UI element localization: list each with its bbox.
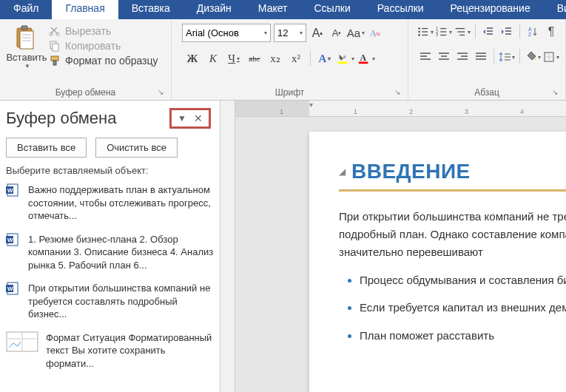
clear-all-button[interactable]: Очистить все bbox=[95, 138, 178, 158]
numbering-icon: 123 bbox=[436, 26, 448, 38]
borders-button[interactable]: ▾ bbox=[543, 49, 559, 65]
brush-icon bbox=[49, 55, 61, 67]
change-case-button[interactable]: Aa▾ bbox=[348, 25, 364, 41]
text-effects-button[interactable]: A▾ bbox=[316, 50, 334, 67]
format-painter-label: Формат по образцу bbox=[65, 55, 158, 67]
highlight-icon: a bbox=[337, 51, 350, 66]
decrease-indent-icon bbox=[482, 26, 494, 38]
document-area: 1 ▾ 1 2 3 4 ◢ ВВЕДЕНИЕ При открытии боль… bbox=[220, 101, 566, 392]
clipboard-item[interactable]: W При открытии большинства компаний не т… bbox=[6, 282, 214, 321]
font-size-selector[interactable]: 12 ▾ bbox=[274, 24, 306, 42]
svg-point-20 bbox=[418, 31, 420, 33]
word-doc-icon: W bbox=[6, 233, 21, 246]
bullets-icon bbox=[417, 26, 429, 38]
tab-layout[interactable]: Макет bbox=[245, 0, 301, 19]
multilevel-list-button[interactable]: ▾ bbox=[454, 24, 471, 40]
copy-icon bbox=[49, 40, 61, 52]
clipboard-item[interactable]: W 1. Резюме бизнес-плана 2. Обзор компан… bbox=[6, 233, 214, 272]
clipboard-group-label: Буфер обмена bbox=[0, 87, 171, 98]
word-doc-icon: W bbox=[6, 183, 21, 197]
paste-all-button[interactable]: Вставить все bbox=[6, 138, 87, 158]
shading-button[interactable]: ▾ bbox=[525, 49, 541, 65]
pane-options-button[interactable]: ▼ bbox=[176, 112, 188, 124]
document-paragraph: При открытии большинства компаний не тре… bbox=[339, 208, 566, 261]
vertical-ruler[interactable] bbox=[220, 101, 235, 392]
ribbon-group-clipboard: Вставить ▼ Вырезать Копировать Формат по… bbox=[0, 19, 172, 100]
ribbon-group-paragraph: ▾ 123▾ ▾ AZ ¶ ▾ ▾ ▾ Абзац ↘ bbox=[408, 19, 566, 100]
bullets-button[interactable]: ▾ bbox=[417, 24, 434, 40]
tab-insert[interactable]: Вставка bbox=[118, 0, 183, 19]
shrink-font-button[interactable]: A▾ bbox=[329, 25, 345, 41]
document-page[interactable]: ◢ ВВЕДЕНИЕ При открытии большинства комп… bbox=[309, 132, 566, 392]
align-left-icon bbox=[420, 52, 431, 62]
font-size-value: 12 bbox=[277, 27, 288, 38]
clipboard-item[interactable]: Формат Ситуация Форматированный текст Вы… bbox=[6, 331, 214, 371]
copy-button[interactable]: Копировать bbox=[49, 40, 158, 52]
underline-button[interactable]: Ч▾ bbox=[225, 50, 243, 67]
table-icon bbox=[6, 331, 38, 352]
svg-rect-15 bbox=[338, 62, 348, 64]
svg-rect-11 bbox=[53, 61, 56, 65]
subscript-button[interactable]: x₂ bbox=[266, 50, 284, 67]
justify-button[interactable] bbox=[473, 49, 489, 65]
clipboard-dialog-launcher[interactable]: ↘ bbox=[158, 88, 166, 97]
tab-design[interactable]: Дизайн bbox=[183, 0, 245, 19]
format-painter-button[interactable]: Формат по образцу bbox=[49, 55, 158, 67]
svg-text:a: a bbox=[343, 54, 346, 60]
clipboard-item-text: Важно поддерживать план в актуальном сос… bbox=[28, 183, 214, 223]
paste-dropdown-arrow[interactable]: ▼ bbox=[24, 63, 30, 70]
clear-formatting-button[interactable]: A bbox=[367, 25, 383, 41]
italic-button[interactable]: К bbox=[204, 50, 222, 67]
font-dialog-launcher[interactable]: ↘ bbox=[394, 88, 403, 97]
pane-close-button[interactable]: ✕ bbox=[192, 112, 204, 124]
list-item: Если требуется капитал из внешних демонс… bbox=[360, 299, 566, 316]
tab-mailings[interactable]: Рассылки bbox=[364, 0, 437, 19]
tab-references[interactable]: Ссылки bbox=[300, 0, 363, 19]
decrease-indent-button[interactable] bbox=[480, 24, 496, 40]
highlight-button[interactable]: a▾ bbox=[337, 50, 354, 67]
strikethrough-button[interactable]: abc bbox=[246, 50, 263, 67]
tab-file[interactable]: Файл bbox=[0, 0, 52, 19]
tab-home[interactable]: Главная bbox=[52, 0, 118, 19]
align-right-button[interactable] bbox=[454, 49, 471, 65]
ribbon-tabs: Файл Главная Вставка Дизайн Макет Ссылки… bbox=[0, 0, 566, 19]
font-color-button[interactable]: A▾ bbox=[357, 50, 375, 67]
collapse-heading-icon[interactable]: ◢ bbox=[339, 166, 346, 177]
svg-text:A: A bbox=[528, 27, 532, 32]
sort-icon: AZ bbox=[527, 26, 539, 38]
word-doc-icon: W bbox=[6, 282, 21, 295]
clipboard-items-list: W Важно поддерживать план в актуальном с… bbox=[6, 183, 214, 371]
multilevel-icon bbox=[454, 26, 466, 38]
svg-rect-17 bbox=[359, 62, 368, 64]
increase-indent-icon bbox=[501, 26, 513, 38]
show-marks-button[interactable]: ¶ bbox=[543, 24, 559, 40]
align-left-button[interactable] bbox=[417, 49, 434, 65]
line-spacing-button[interactable]: ▾ bbox=[499, 49, 515, 65]
svg-text:A: A bbox=[370, 28, 377, 38]
svg-rect-10 bbox=[51, 56, 58, 61]
svg-text:A: A bbox=[360, 53, 367, 63]
bold-button[interactable]: Ж bbox=[183, 50, 201, 67]
align-center-button[interactable] bbox=[436, 49, 452, 65]
paragraph-group-label: Абзац bbox=[408, 87, 565, 98]
svg-point-18 bbox=[418, 27, 420, 30]
cut-button[interactable]: Вырезать bbox=[49, 25, 158, 37]
horizontal-ruler[interactable]: 1 ▾ 1 2 3 4 bbox=[235, 101, 566, 117]
sort-button[interactable]: AZ bbox=[525, 24, 541, 40]
paste-icon bbox=[14, 24, 39, 50]
grow-font-button[interactable]: A▴ bbox=[309, 25, 326, 41]
superscript-button[interactable]: x² bbox=[287, 50, 305, 67]
tab-review[interactable]: Рецензирование bbox=[437, 0, 544, 19]
cut-label: Вырезать bbox=[65, 25, 111, 37]
tab-view[interactable]: Вид bbox=[544, 0, 566, 19]
svg-rect-9 bbox=[53, 44, 58, 51]
paragraph-dialog-launcher[interactable]: ↘ bbox=[552, 88, 561, 97]
clipboard-pane: Буфер обмена ▼ ✕ Вставить все Очистить в… bbox=[0, 101, 220, 392]
font-name-value: Arial (Основ bbox=[186, 27, 239, 38]
font-name-selector[interactable]: Arial (Основ ▾ bbox=[182, 24, 271, 42]
numbering-button[interactable]: 123▾ bbox=[436, 24, 452, 40]
chevron-down-icon: ▾ bbox=[300, 30, 303, 36]
svg-text:W: W bbox=[7, 285, 13, 292]
increase-indent-button[interactable] bbox=[499, 24, 515, 40]
clipboard-item[interactable]: W Важно поддерживать план в актуальном с… bbox=[6, 183, 214, 223]
